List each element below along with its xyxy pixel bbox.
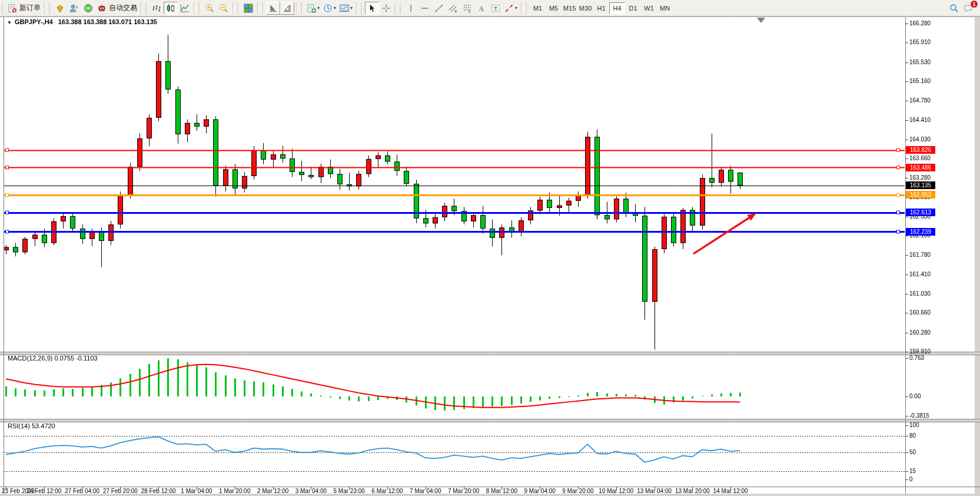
- template-button[interactable]: ▾: [338, 2, 354, 15]
- timeframe-button-m15[interactable]: M15: [562, 2, 577, 14]
- chart-canvas[interactable]: [0, 0, 980, 496]
- rsi-axis-label: 50: [909, 449, 916, 455]
- new-order-icon-button[interactable]: 新订单: [6, 2, 42, 15]
- toolbar-grip[interactable]: [399, 3, 402, 14]
- price-axis-label: 160.280: [909, 329, 931, 336]
- toolbar-grip[interactable]: [237, 3, 240, 14]
- notifications-button[interactable]: 1: [961, 2, 975, 15]
- candlestick-icon: [166, 4, 175, 13]
- toolbar-grip[interactable]: [261, 3, 264, 14]
- time-axis-label: 10 Mar 12:00: [599, 488, 633, 494]
- tile-windows-button[interactable]: [241, 2, 255, 15]
- rsi-indicator-label: RSI(14) 53.4720: [8, 422, 55, 429]
- toolbar-grip[interactable]: [360, 3, 363, 14]
- toolbar-separator: [521, 2, 522, 14]
- gold-gem-button[interactable]: [53, 2, 67, 15]
- crosshair-button[interactable]: [379, 2, 393, 15]
- text-label-button[interactable]: T: [489, 2, 503, 15]
- toolbar-grip[interactable]: [525, 3, 528, 14]
- zoom-in-button[interactable]: [202, 2, 217, 15]
- toolbar: 新订单自动交易▾▾▾EFAT▾M1M5M15M30H1H4D1W1MN1: [0, 0, 980, 16]
- toolbar-separator: [257, 2, 258, 14]
- horizontal-line-icon: [420, 4, 430, 13]
- channel-button[interactable]: E: [446, 2, 460, 15]
- macd-values: 0.0755 -0.1103: [54, 355, 97, 362]
- zoom-out-button[interactable]: [217, 2, 231, 15]
- price-axis-label: 166.280: [909, 20, 931, 27]
- macd-axis-label: -0.3815: [909, 412, 929, 419]
- arrows-button[interactable]: ▾: [503, 2, 519, 15]
- price-level-badge: 162.613: [906, 209, 935, 216]
- new-chart-icon: [307, 4, 316, 13]
- timeframe-button-d1[interactable]: D1: [625, 2, 641, 14]
- rsi-axis-label: 0: [909, 476, 913, 482]
- time-axis-label: 8 Mar 12:00: [486, 488, 517, 494]
- navigator-button[interactable]: [67, 2, 81, 15]
- price-level-badge: 163.486: [906, 164, 935, 171]
- vertical-line-button[interactable]: [404, 2, 418, 15]
- line-chart-icon: [180, 4, 190, 13]
- toolbar-separator: [395, 2, 396, 14]
- time-axis-label: 9 Mar 04:00: [524, 488, 556, 494]
- timeframe-button-h1[interactable]: H1: [593, 2, 609, 14]
- timeframe-button-h4[interactable]: H4: [609, 2, 625, 14]
- toolbar-grip[interactable]: [48, 3, 51, 14]
- svg-text:F: F: [469, 10, 471, 13]
- rsi-axis-label: 100: [909, 422, 919, 428]
- new-order-icon: [8, 4, 17, 13]
- time-axis-label: 3 Mar 04:00: [295, 488, 327, 494]
- price-axis-label: 161.410: [909, 271, 931, 277]
- chevron-down-icon[interactable]: ▾: [334, 5, 336, 11]
- toolbar-separator: [296, 2, 297, 14]
- time-axis-label: 13 Mar 04:00: [637, 488, 672, 494]
- price-axis-label: 159.910: [909, 348, 931, 355]
- time-axis-label: 1 Mar 04:00: [181, 488, 212, 494]
- rsi-name: RSI(14): [8, 422, 30, 429]
- time-axis-label: 24 Feb 12:00: [26, 488, 61, 494]
- fibonacci-button[interactable]: F: [460, 2, 474, 15]
- chevron-down-icon[interactable]: ▾: [515, 5, 517, 11]
- price-axis-label: 165.910: [909, 39, 931, 45]
- auto-scroll-button[interactable]: [266, 2, 280, 15]
- cursor-icon: [367, 4, 377, 13]
- time-axis-label: 9 Mar 20:00: [562, 488, 593, 494]
- notification-count-badge: 1: [971, 1, 978, 8]
- time-axis-label: 6 Mar 12:00: [371, 488, 403, 494]
- autotrade-robot-icon-button[interactable]: 自动交易: [95, 2, 139, 15]
- toolbar-grip[interactable]: [198, 3, 201, 14]
- search-button[interactable]: [947, 2, 961, 15]
- line-chart-button[interactable]: [178, 2, 192, 15]
- period-icon: [323, 4, 333, 13]
- zoom-in-icon: [205, 4, 214, 13]
- toolbar-grip[interactable]: [300, 3, 303, 14]
- chevron-down-icon[interactable]: ▾: [350, 5, 353, 11]
- price-axis-label: 164.780: [909, 97, 931, 104]
- horizontal-line-button[interactable]: [418, 2, 432, 15]
- timeframe-button-w1[interactable]: W1: [641, 2, 657, 14]
- timeframe-button-m30[interactable]: M30: [577, 2, 593, 14]
- toolbar-grip[interactable]: [1, 3, 4, 14]
- candlestick-button[interactable]: [164, 2, 178, 15]
- trendline-button[interactable]: [432, 2, 446, 15]
- price-axis-label: 163.280: [909, 174, 931, 181]
- time-axis-label: 13 Mar 20:00: [675, 488, 710, 494]
- toolbar-grip[interactable]: [145, 3, 148, 14]
- new-chart-button[interactable]: ▾: [305, 2, 321, 15]
- chart-collapse-icon[interactable]: ▼: [7, 20, 12, 25]
- time-axis-label: 2 Mar 12:00: [257, 488, 288, 494]
- timeframe-button-m1[interactable]: M1: [530, 2, 546, 14]
- trendline-icon: [434, 4, 444, 13]
- template-icon: [340, 4, 349, 13]
- text-button[interactable]: A: [474, 2, 489, 15]
- ohlc-values-label: 163.388 163.388 163.071 163.135: [58, 18, 157, 25]
- cursor-button[interactable]: [365, 2, 379, 15]
- timeframe-button-mn[interactable]: MN: [657, 2, 673, 14]
- chevron-down-icon[interactable]: ▾: [317, 5, 320, 11]
- bar-chart-button[interactable]: [150, 2, 164, 15]
- chart-shift-button[interactable]: [280, 2, 294, 15]
- signal-button[interactable]: [81, 2, 95, 15]
- tile-windows-icon: [244, 4, 253, 13]
- new-order-label: 新订单: [19, 3, 41, 13]
- timeframe-button-m5[interactable]: M5: [546, 2, 562, 14]
- period-button[interactable]: ▾: [321, 2, 338, 15]
